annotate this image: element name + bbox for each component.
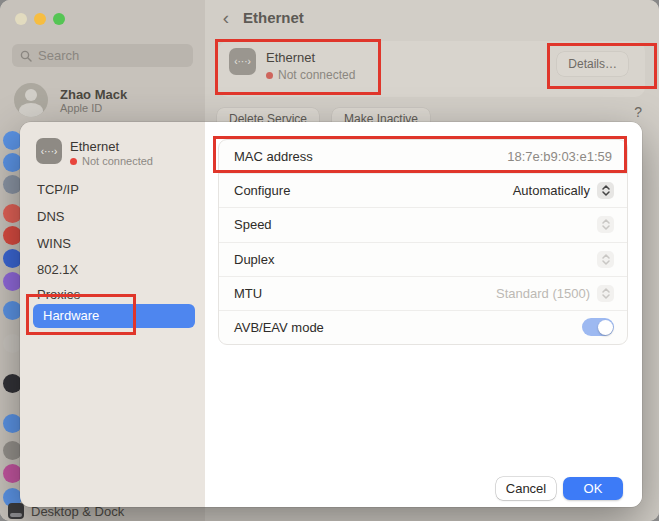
mtu-row: MTU Standard (1500) (219, 276, 627, 310)
page-title: Ethernet (243, 9, 304, 26)
profile-name: Zhao Mack (60, 87, 127, 102)
back-button[interactable]: ‹ (216, 6, 236, 30)
speed-stepper (597, 216, 614, 233)
desktop-dock-icon (8, 503, 24, 519)
search-placeholder: Search (38, 48, 79, 63)
ethernet-icon: ‹···› (36, 138, 62, 164)
search-input[interactable]: Search (12, 44, 193, 67)
minimize-window-button[interactable] (34, 13, 46, 25)
sheet-tab-dns[interactable]: DNS (20, 205, 205, 229)
duplex-stepper (597, 251, 614, 268)
configure-row: Configure Automatically (219, 173, 627, 207)
sheet-tab-wins[interactable]: WINS (20, 232, 205, 256)
sheet-service-status: Not connected (82, 155, 153, 167)
annotation-box-details-button (547, 43, 657, 89)
close-window-button[interactable] (15, 13, 27, 25)
sheet-tab-8021x[interactable]: 802.1X (20, 258, 205, 282)
system-settings-window: Search Zhao Mack Apple ID Desktop & Dock… (0, 0, 659, 521)
duplex-row: Duplex (219, 242, 627, 276)
row-label: Speed (234, 217, 597, 232)
row-label: AVB/EAV mode (234, 320, 582, 335)
zoom-window-button[interactable] (53, 13, 65, 25)
search-icon (20, 50, 32, 62)
profile-subtitle: Apple ID (60, 102, 127, 114)
row-label: MTU (234, 286, 496, 301)
configure-value: Automatically (513, 183, 590, 198)
mtu-stepper (597, 285, 614, 302)
help-button[interactable]: ? (634, 104, 642, 120)
row-label: Duplex (234, 252, 597, 267)
sheet-tab-tcpip[interactable]: TCP/IP (20, 178, 205, 202)
ok-button[interactable]: OK (563, 477, 623, 500)
annotation-box-mac-address (213, 136, 627, 173)
row-label: Configure (234, 183, 513, 198)
sheet-content: MAC address 18:7e:b9:03:e1:59 Configure … (205, 122, 642, 507)
avb-eav-row: AVB/EAV mode (219, 310, 627, 344)
avatar (14, 83, 48, 117)
apple-id-profile[interactable]: Zhao Mack Apple ID (14, 83, 127, 117)
cancel-button[interactable]: Cancel (496, 477, 556, 500)
speed-row: Speed (219, 207, 627, 241)
mtu-value: Standard (1500) (496, 286, 590, 301)
configure-stepper[interactable] (597, 182, 614, 199)
status-dot-icon (70, 158, 77, 165)
annotation-box-hardware-tab (26, 294, 136, 335)
avb-eav-toggle[interactable] (582, 318, 614, 336)
sheet-service-name: Ethernet (70, 139, 119, 154)
annotation-box-ethernet-service (215, 39, 381, 95)
